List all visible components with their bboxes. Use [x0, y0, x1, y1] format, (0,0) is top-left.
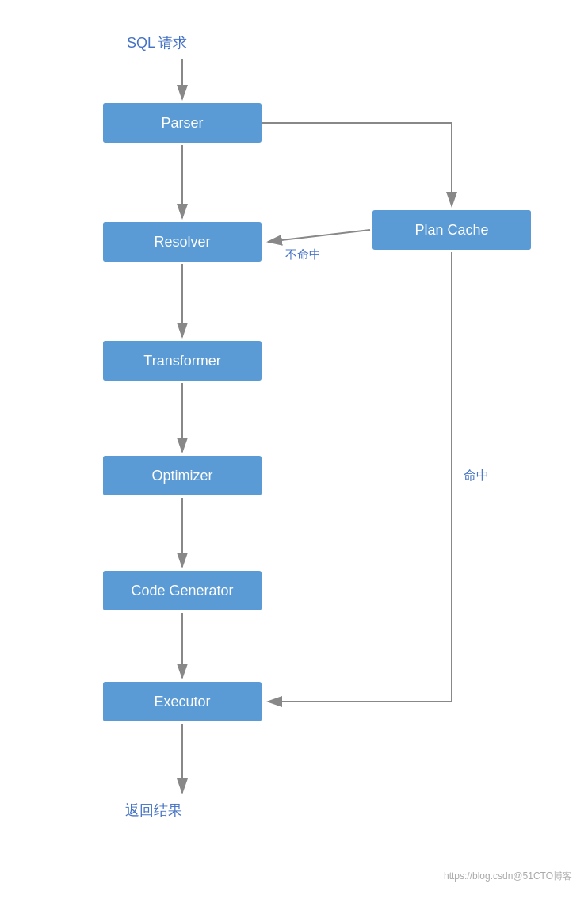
resolver-box: Resolver: [103, 222, 262, 262]
miss-label: 不命中: [285, 247, 321, 262]
svg-line-6: [268, 230, 370, 242]
watermark: https://blog.csdn@51CTO博客: [444, 870, 572, 883]
plan-cache-box: Plan Cache: [372, 210, 531, 250]
executor-box: Executor: [103, 682, 262, 721]
optimizer-box: Optimizer: [103, 456, 262, 495]
return-result-label: 返回结果: [125, 801, 182, 820]
code-generator-box: Code Generator: [103, 571, 262, 610]
arrows-svg: [0, 0, 588, 899]
hit-label: 命中: [464, 468, 489, 484]
sql-request-label: SQL 请求: [127, 33, 187, 52]
diagram-container: SQL 请求 Parser Resolver Plan Cache 不命中 命中…: [0, 0, 588, 899]
parser-box: Parser: [103, 103, 262, 143]
transformer-box: Transformer: [103, 341, 262, 381]
